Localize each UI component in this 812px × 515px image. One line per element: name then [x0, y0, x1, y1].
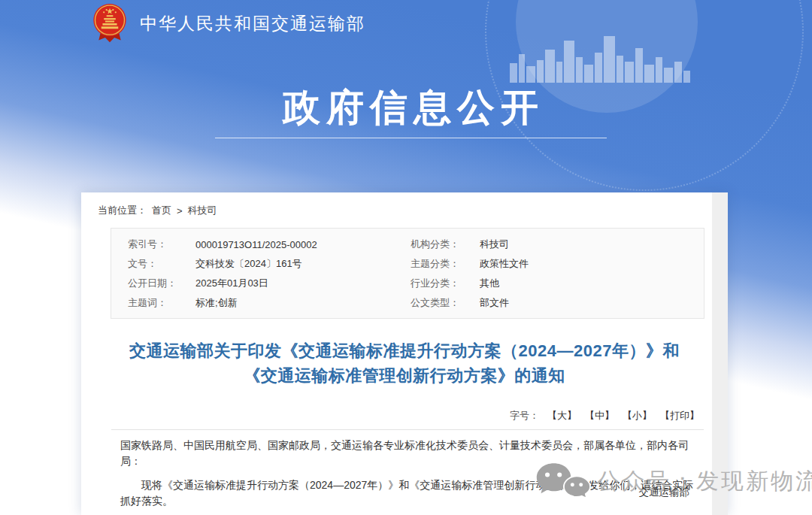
- meta-value-industry: 其他: [480, 277, 499, 290]
- font-size-controls: 字号： 【大】 【中】 【小】 【打印】: [510, 409, 699, 423]
- article-title-line1: 交通运输部关于印发《交通运输标准提升行动方案（2024—2027年）》和: [81, 338, 728, 363]
- city-skyline-icon: [510, 29, 690, 83]
- meta-value-topic-class: 政策性文件: [480, 257, 529, 271]
- meta-label-doc-type: 公文类型：: [411, 296, 480, 310]
- wechat-icon: [534, 460, 591, 502]
- font-size-medium-button[interactable]: 【中】: [585, 409, 614, 423]
- article-title: 交通运输部关于印发《交通运输标准提升行动方案（2024—2027年）》和 《交通…: [81, 338, 728, 388]
- meta-label-index: 索引号：: [128, 238, 195, 251]
- national-emblem-icon: [90, 2, 129, 45]
- site-name: 中华人民共和国交通运输部: [140, 12, 365, 35]
- masthead: 中华人民共和国交通运输部: [90, 2, 365, 45]
- watermark: 公众号：发现新物流: [534, 460, 812, 502]
- meta-label-topic-class: 主题分类：: [411, 257, 480, 271]
- page-title: 政府信息公开: [8, 83, 812, 133]
- metadata-row: 主题词： 标准;创新 公文类型： 部文件: [111, 293, 704, 313]
- banner-underline: [215, 138, 607, 138]
- meta-label-org: 机构分类：: [411, 238, 480, 251]
- meta-value-keywords: 标准;创新: [195, 296, 411, 310]
- meta-label-industry: 行业分类：: [411, 277, 480, 290]
- page-root: 中华人民共和国交通运输部 政府信息公开 当前位置： 首页 > 科技司 索引号： …: [0, 0, 812, 515]
- document-metadata-box: 索引号： 000019713O11/2025-00002 机构分类： 科技司 文…: [111, 228, 704, 319]
- meta-label-pubdate: 公开日期：: [128, 277, 195, 290]
- print-button[interactable]: 【打印】: [660, 409, 699, 423]
- meta-label-keywords: 主题词：: [128, 296, 195, 310]
- title-divider: [111, 429, 704, 430]
- meta-label-docno: 文号：: [128, 257, 195, 271]
- breadcrumb-separator: >: [177, 205, 183, 217]
- watermark-text: 公众号：发现新物流: [597, 466, 812, 497]
- font-size-label: 字号：: [510, 409, 539, 423]
- breadcrumb: 当前位置： 首页 > 科技司: [98, 204, 217, 217]
- font-size-large-button[interactable]: 【大】: [547, 409, 577, 423]
- meta-value-docno: 交科技发〔2024〕161号: [195, 257, 411, 271]
- font-size-small-button[interactable]: 【小】: [623, 409, 652, 423]
- breadcrumb-label: 当前位置：: [98, 204, 147, 217]
- metadata-row: 公开日期： 2025年01月03日 行业分类： 其他: [111, 274, 704, 293]
- breadcrumb-home-link[interactable]: 首页: [152, 204, 171, 217]
- meta-value-index: 000019713O11/2025-00002: [195, 239, 411, 250]
- article-title-line2: 《交通运输标准管理创新行动方案》的通知: [81, 363, 728, 388]
- meta-value-doc-type: 部文件: [480, 296, 509, 310]
- meta-value-org: 科技司: [480, 238, 509, 251]
- breadcrumb-current-link[interactable]: 科技司: [188, 204, 217, 217]
- metadata-row: 文号： 交科技发〔2024〕161号 主题分类： 政策性文件: [111, 254, 704, 274]
- metadata-row: 索引号： 000019713O11/2025-00002 机构分类： 科技司: [111, 235, 704, 254]
- meta-value-pubdate: 2025年01月03日: [195, 277, 411, 290]
